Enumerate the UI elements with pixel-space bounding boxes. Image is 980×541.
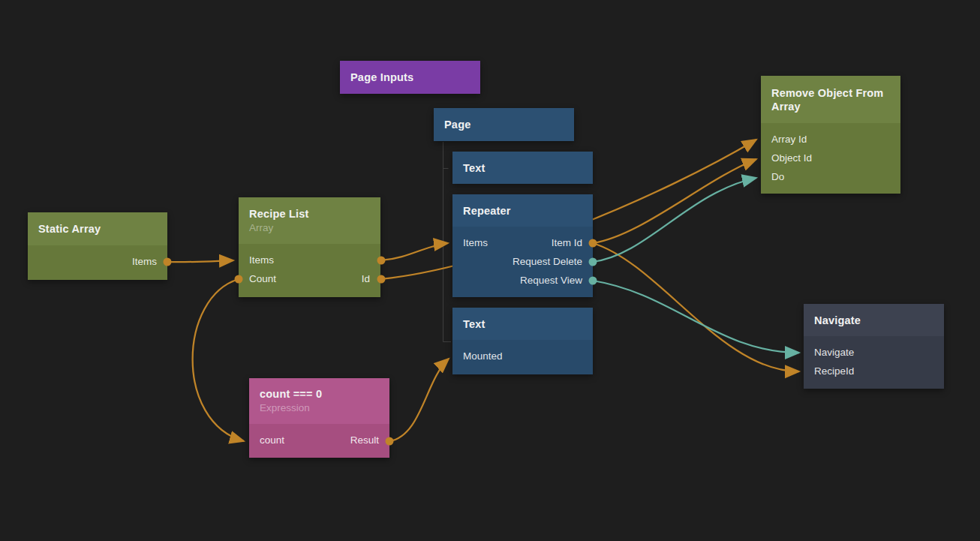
node-ports: Navigate RecipeId: [804, 336, 944, 389]
port-remove-objectid-input[interactable]: Object Id: [771, 152, 812, 164]
wire-staticarray-items-to-recipelist-items[interactable]: [167, 260, 233, 262]
port-recipelist-id-output[interactable]: Id: [362, 273, 370, 284]
wire-recipelist-items-to-repeater-items[interactable]: [381, 243, 448, 260]
port-remove-do-input[interactable]: Do: [771, 171, 784, 182]
node-header: Remove Object From Array: [761, 76, 900, 123]
node-header: count === 0 Expression: [249, 378, 389, 424]
node-title: Text: [463, 317, 582, 331]
node-header: Page Inputs: [340, 61, 480, 94]
port-text-mounted-input[interactable]: Mounted: [463, 350, 503, 362]
wire-recipelist-count-to-expression-count[interactable]: [193, 279, 244, 441]
wire-repeater-itemid-to-navigate-recipeid[interactable]: [593, 243, 799, 371]
node-title: Static Array: [38, 222, 157, 236]
port-navigate-recipeid-input[interactable]: RecipeId: [814, 365, 854, 377]
port-repeater-items-input[interactable]: Items: [463, 237, 488, 248]
node-static-array[interactable]: Static Array Items: [28, 212, 167, 280]
node-ports: Mounted: [452, 340, 593, 374]
wire-repeater-requestview-to-navigate-navigate[interactable]: [593, 281, 799, 353]
node-title: Repeater: [463, 204, 582, 218]
port-staticarray-items-output[interactable]: Items: [132, 256, 157, 267]
node-expression[interactable]: count === 0 Expression count Result: [249, 378, 389, 458]
wire-repeater-itemid-to-remove-objectid[interactable]: [593, 159, 756, 243]
node-header: Page: [434, 108, 574, 141]
node-title: count === 0: [260, 387, 379, 401]
node-navigate[interactable]: Navigate Navigate RecipeId: [804, 304, 944, 389]
wire-repeater-requestdelete-to-remove-do[interactable]: [593, 178, 756, 262]
port-navigate-navigate-input[interactable]: Navigate: [814, 347, 854, 358]
node-title: Navigate: [814, 314, 933, 327]
node-title: Page: [444, 118, 564, 131]
node-text-1[interactable]: Text: [452, 152, 593, 184]
port-repeater-requestdelete-output[interactable]: Request Delete: [513, 256, 582, 267]
node-ports: Items Item Id Request Delete Request Vie…: [452, 227, 593, 297]
node-ports: Items: [28, 245, 167, 280]
node-header: Navigate: [804, 304, 944, 336]
node-editor-canvas[interactable]: Page Inputs Page Text Repeater Items Ite…: [0, 0, 980, 541]
node-subtitle: Expression: [260, 401, 379, 415]
node-title: Recipe List: [249, 207, 370, 221]
node-ports: Array Id Object Id Do: [761, 123, 900, 194]
port-expression-count-input[interactable]: count: [260, 434, 284, 446]
node-header: Static Array: [28, 212, 167, 245]
node-recipe-list[interactable]: Recipe List Array Items Count Id: [239, 197, 380, 297]
node-remove-object-from-array[interactable]: Remove Object From Array Array Id Object…: [761, 76, 900, 194]
hierarchy-line: [443, 142, 452, 342]
port-remove-arrayid-input[interactable]: Array Id: [771, 134, 807, 145]
node-page-inputs[interactable]: Page Inputs: [340, 61, 480, 94]
node-ports: Items Count Id: [239, 244, 380, 297]
port-repeater-itemid-output[interactable]: Item Id: [552, 237, 582, 248]
node-header: Recipe List Array: [239, 197, 380, 244]
node-header: Text: [452, 308, 593, 340]
port-recipelist-items-input[interactable]: Items: [249, 254, 274, 266]
wire-expression-result-to-text-mounted[interactable]: [389, 359, 449, 441]
node-header: Repeater: [452, 194, 593, 227]
port-expression-result-output[interactable]: Result: [350, 434, 379, 446]
node-repeater[interactable]: Repeater Items Item Id Request Delete Re…: [452, 194, 593, 297]
node-ports: count Result: [249, 424, 389, 458]
port-repeater-requestview-output[interactable]: Request View: [520, 275, 582, 286]
node-page[interactable]: Page: [434, 108, 574, 141]
node-title: Page Inputs: [350, 71, 470, 84]
node-header: Text: [452, 152, 593, 184]
port-recipelist-count-output[interactable]: Count: [249, 273, 276, 284]
node-title: Remove Object From Array: [771, 86, 890, 113]
node-title: Text: [463, 161, 582, 175]
node-text-2[interactable]: Text Mounted: [452, 308, 593, 374]
node-subtitle: Array: [249, 221, 370, 235]
